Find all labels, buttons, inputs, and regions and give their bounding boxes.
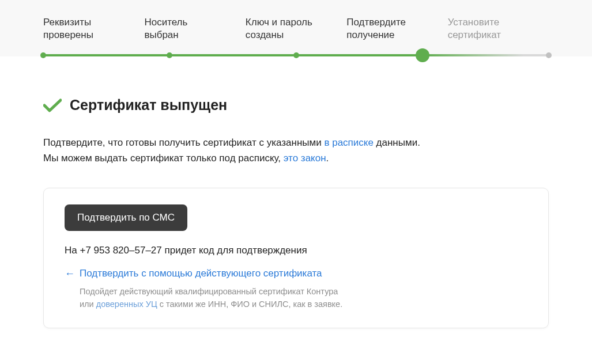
law-link[interactable]: это закон xyxy=(284,153,326,164)
progress-bar: Реквизиты проверены Носитель выбран Ключ… xyxy=(0,0,592,56)
step-label-line1: Установите xyxy=(448,17,500,28)
receipt-link[interactable]: в расписке xyxy=(324,137,373,148)
intro-part1: Подтвердите, что готовы получить сертифи… xyxy=(43,137,324,148)
arrow-left-icon: ← xyxy=(65,268,75,280)
sms-note: На +7 953 820–57–27 придет код для подтв… xyxy=(65,245,527,256)
step-dot-5 xyxy=(546,52,552,58)
alt-desc-part3: с такими же ИНН, ФИО и СНИЛС, как в заяв… xyxy=(157,299,343,309)
intro-part2: данными. xyxy=(374,137,420,148)
step-dot-4-current xyxy=(416,48,429,62)
step-3: Ключ и пароль созданы xyxy=(246,16,346,56)
step-label-line2: сертификат xyxy=(448,29,501,40)
step-1: Реквизиты проверены xyxy=(43,16,144,56)
step-4: Подтвердите получение xyxy=(346,16,447,56)
alt-desc-part1: Подойдет действующий квалифицированный с… xyxy=(80,287,338,296)
step-label-line1: Реквизиты xyxy=(43,17,91,28)
intro-part4: . xyxy=(326,153,329,164)
confirm-sms-button[interactable]: Подтвердить по СМС xyxy=(65,204,187,231)
step-2: Носитель выбран xyxy=(144,16,245,56)
page-title: Сертификат выпущен xyxy=(70,97,227,113)
intro-text: Подтвердите, что готовы получить сертифи… xyxy=(43,135,549,166)
step-label-line2: получение xyxy=(346,29,394,40)
trusted-ca-link[interactable]: доверенных УЦ xyxy=(96,299,157,309)
step-dot-3 xyxy=(293,52,299,58)
phone-number: +7 953 820–57–27 xyxy=(80,245,161,256)
step-5: Установите сертификат xyxy=(448,16,549,56)
alt-desc-part2: или xyxy=(80,299,96,309)
step-dot-1 xyxy=(40,52,46,58)
sms-note-prefix: На xyxy=(65,245,80,256)
step-label-line2: выбран xyxy=(144,29,178,40)
main-content: Сертификат выпущен Подтвердите, что гото… xyxy=(0,56,592,351)
step-label-line1: Ключ и пароль xyxy=(246,17,312,28)
intro-part3: Мы можем выдать сертификат только под ра… xyxy=(43,153,284,164)
step-label-line1: Носитель xyxy=(144,17,187,28)
step-label-line1: Подтвердите xyxy=(346,17,406,28)
progress-line xyxy=(43,54,549,56)
step-dot-2 xyxy=(167,52,172,58)
sms-note-suffix: придет код для подтверждения xyxy=(162,245,307,256)
step-label-line2: проверены xyxy=(43,29,93,40)
confirm-cert-link[interactable]: Подтвердить с помощью действующего серти… xyxy=(80,268,322,279)
step-label-line2: созданы xyxy=(246,29,284,40)
checkmark-icon xyxy=(43,98,62,112)
alt-description: Подойдет действующий квалифицированный с… xyxy=(65,286,527,311)
confirm-card: Подтвердить по СМС На +7 953 820–57–27 п… xyxy=(43,188,549,329)
